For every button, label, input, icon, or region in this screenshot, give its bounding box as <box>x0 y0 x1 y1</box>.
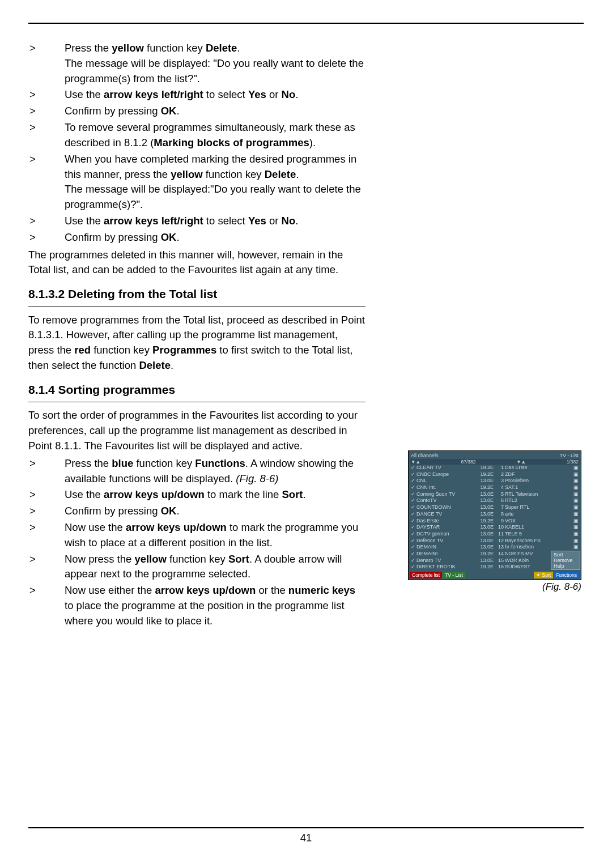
page-inner: >Press the yellow function key Delete.Th… <box>28 23 584 845</box>
list-marker: > <box>28 87 65 103</box>
functions-popup: SortRemoveHelp <box>551 551 580 570</box>
list-marker: > <box>28 487 65 503</box>
panel-title-right: TV - List <box>559 453 579 458</box>
instruction-item: >Confirm by pressing OK. <box>28 504 366 519</box>
channel-row[interactable]: 1Das Erste▣ <box>495 465 580 471</box>
list-marker: > <box>28 104 65 119</box>
list-marker: > <box>28 520 65 551</box>
channel-row[interactable]: ✓Coming Soon TV13.0E <box>410 491 495 498</box>
channel-row[interactable]: ✓DEMAIN!19.2E <box>410 551 495 558</box>
channel-row[interactable]: 3ProSieben▣ <box>495 478 580 484</box>
instruction-item: >When you have completed marking the des… <box>28 152 366 212</box>
instruction-item: >Now use the arrow keys up/down to mark … <box>28 520 366 551</box>
list-marker: > <box>28 504 65 519</box>
channel-row[interactable]: ✓CNN Int.19.2E <box>410 484 495 491</box>
channel-row[interactable]: ✓COUNTDOWN13.0E <box>410 504 495 511</box>
instruction-text: To remove several programmes simultaneou… <box>65 120 366 151</box>
yellow-button[interactable]: ✦ Sort <box>534 572 553 578</box>
channel-row[interactable]: 10KABEL1▣ <box>495 524 580 531</box>
section-heading-2: 8.1.4 Sorting programmes <box>28 381 366 398</box>
channel-row[interactable]: ✓DANCE TV13.0E <box>410 511 495 518</box>
instruction-text: Now use either the arrow keys up/down or… <box>65 583 366 628</box>
instruction-text: Confirm by pressing OK. <box>65 104 366 119</box>
channel-row[interactable]: 2ZDF▣ <box>495 471 580 478</box>
list-marker: > <box>28 152 65 212</box>
embedded-screenshot: All channels TV - List ▼▲ 67/382 ▼▲ 1/38… <box>408 450 584 580</box>
instruction-item: >To remove several programmes simultaneo… <box>28 120 366 151</box>
instruction-item: >Confirm by pressing OK. <box>28 230 366 245</box>
channel-row[interactable]: ✓CNBC Europe19.2E <box>410 471 495 478</box>
channel-row[interactable]: ✓DIREKT EROTIK19.2E <box>410 564 495 571</box>
popup-item[interactable]: Sort <box>551 552 580 558</box>
panel-title-left: All channels <box>411 453 439 458</box>
green-button[interactable]: TV - List <box>443 572 465 578</box>
instruction-text: Confirm by pressing OK. <box>65 504 366 519</box>
section-heading-1: 8.1.3.2 Deleting from the Total list <box>28 286 366 303</box>
channel-row[interactable]: ✓Defence TV13.0E <box>410 538 495 544</box>
channel-row[interactable]: ✓DEMAIN13.0E <box>410 544 495 551</box>
list-marker: > <box>28 552 65 582</box>
instruction-text: When you have completed marking the desi… <box>65 152 366 212</box>
list-marker: > <box>28 230 65 245</box>
channel-row[interactable]: ✓ContoTV13.0E <box>410 497 495 504</box>
instruction-item: >Press the blue function key Functions. … <box>28 456 366 487</box>
figure-caption: (Fig. 8-6) <box>408 580 584 593</box>
instruction-text: Confirm by pressing OK. <box>65 230 366 245</box>
channel-row[interactable]: 8arte▣ <box>495 511 580 518</box>
count-right: 1/382 <box>567 459 579 465</box>
channel-row[interactable]: 5RTL Television▣ <box>495 491 580 498</box>
instruction-text: Use the arrow keys left/right to select … <box>65 87 366 103</box>
instruction-item: >Use the arrow keys left/right to select… <box>28 214 366 229</box>
channel-list-left: ✓CLEAR TV19.2E✓CNBC Europe19.2E✓CNL13.0E… <box>410 465 495 571</box>
instruction-item: >Now use either the arrow keys up/down o… <box>28 583 366 628</box>
channel-row[interactable]: ✓DAYSTAR13.0E <box>410 524 495 531</box>
list-marker: > <box>28 456 65 487</box>
summary-paragraph: The programmes deleted in this manner wi… <box>28 248 366 278</box>
section-2-intro: To sort the order of programmes in the F… <box>28 408 366 453</box>
main-column: >Press the yellow function key Delete.Th… <box>28 41 366 629</box>
popup-item[interactable]: Help <box>551 563 580 569</box>
instruction-text: Use the arrow keys up/down to mark the l… <box>65 487 366 503</box>
channel-row[interactable]: ✓Denaro TV13.0E <box>410 558 495 564</box>
instruction-text: Now use the arrow keys up/down to mark t… <box>65 520 366 551</box>
channel-row[interactable]: 9VOX▣ <box>495 518 580 525</box>
count-left: 67/382 <box>461 459 476 465</box>
blue-button[interactable]: Functions <box>554 572 579 578</box>
channel-row[interactable]: 12Bayerisches FS▣ <box>495 538 580 544</box>
list-marker: > <box>28 214 65 229</box>
channel-row[interactable]: 13hr-fernsehen▣ <box>495 544 580 551</box>
instruction-list-2: >Press the blue function key Functions. … <box>28 456 366 629</box>
instruction-item: >Confirm by pressing OK. <box>28 104 366 119</box>
channel-row[interactable]: ✓DCTV-german13.0E <box>410 531 495 538</box>
section-rule-1 <box>28 307 366 307</box>
channel-row[interactable]: 7Super RTL▣ <box>495 504 580 511</box>
channel-row[interactable]: ✓Das Erste19.2E <box>410 518 495 525</box>
channel-row[interactable]: ✓CLEAR TV19.2E <box>410 465 495 471</box>
page-number: 41 <box>28 832 584 845</box>
channel-row[interactable]: 4SAT.1▣ <box>495 484 580 491</box>
bottom-rule <box>28 827 584 828</box>
instruction-text: Now press the yellow function key Sort. … <box>65 552 366 582</box>
figure-area: All channels TV - List ▼▲ 67/382 ▼▲ 1/38… <box>408 450 584 593</box>
color-button-bar: Complete list TV - List ✦ Sort Functions <box>410 572 580 578</box>
section-1-body: To remove programmes from the Total list… <box>28 313 366 373</box>
popup-item[interactable]: Remove <box>551 558 580 563</box>
instruction-list-1: >Press the yellow function key Delete.Th… <box>28 41 366 245</box>
instruction-item: >Press the yellow function key Delete.Th… <box>28 41 366 86</box>
instruction-text: Use the arrow keys left/right to select … <box>65 214 366 229</box>
red-button[interactable]: Complete list <box>410 572 442 578</box>
list-marker: > <box>28 41 65 86</box>
section-rule-2 <box>28 402 366 402</box>
page: >Press the yellow function key Delete.Th… <box>0 0 612 868</box>
page-footer: 41 <box>28 827 584 845</box>
list-marker: > <box>28 120 65 151</box>
instruction-text: Press the yellow function key Delete.The… <box>65 41 366 86</box>
list-marker: > <box>28 583 65 628</box>
instruction-item: >Use the arrow keys up/down to mark the … <box>28 487 366 503</box>
instruction-text: Press the blue function key Functions. A… <box>65 456 366 487</box>
instruction-item: >Now press the yellow function key Sort.… <box>28 552 366 582</box>
instruction-item: >Use the arrow keys left/right to select… <box>28 87 366 103</box>
channel-row[interactable]: 6RTL2▣ <box>495 497 580 504</box>
channel-row[interactable]: ✓CNL13.0E <box>410 478 495 484</box>
channel-row[interactable]: 11TELE 5▣ <box>495 531 580 538</box>
